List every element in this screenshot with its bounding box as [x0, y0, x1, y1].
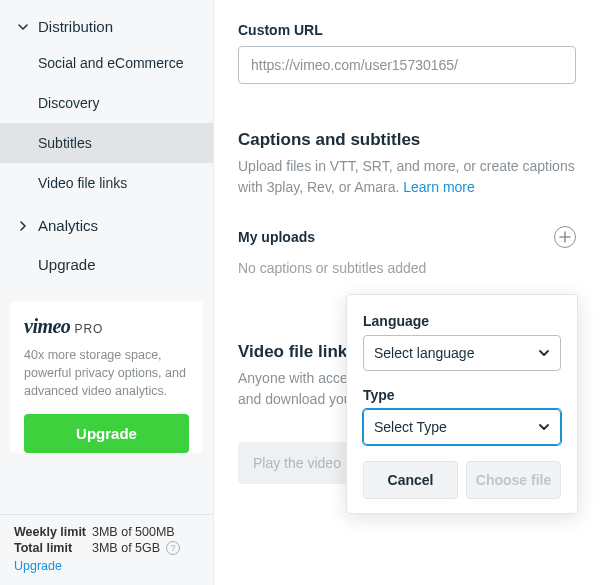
promo-tier-label: PRO: [74, 322, 103, 336]
add-caption-button[interactable]: [554, 226, 576, 248]
captions-section: Captions and subtitles Upload files in V…: [238, 130, 576, 276]
type-label: Type: [363, 387, 561, 403]
sidebar-section-label: Analytics: [38, 217, 98, 234]
sidebar-item-upgrade[interactable]: Upgrade: [0, 248, 213, 281]
type-select-value: Select Type: [374, 419, 447, 435]
plus-icon: [559, 231, 571, 243]
learn-more-link[interactable]: Learn more: [403, 179, 475, 195]
add-caption-popover: Language Select language Type Select Typ…: [346, 294, 578, 514]
language-select-value: Select language: [374, 345, 474, 361]
total-limit-label: Total limit: [14, 541, 92, 555]
sidebar-item-label: Upgrade: [38, 256, 96, 273]
chevron-down-icon: [538, 347, 550, 359]
sidebar-item-video-file-links[interactable]: Video file links: [0, 163, 213, 203]
vimeo-logo-text: vimeo: [24, 315, 70, 338]
weekly-limit-value: 3MB of 500MB: [92, 525, 175, 539]
promo-card: vimeo PRO 40x more storage space, powerf…: [10, 301, 203, 453]
language-label: Language: [363, 313, 561, 329]
sidebar-item-social-ecommerce[interactable]: Social and eCommerce: [0, 43, 213, 83]
my-uploads-heading: My uploads: [238, 229, 315, 245]
uploads-empty-text: No captions or subtitles added: [238, 260, 576, 276]
weekly-limit-label: Weekly limit: [14, 525, 92, 539]
sidebar-section-analytics[interactable]: Analytics: [0, 209, 213, 242]
sidebar-item-subtitles[interactable]: Subtitles: [0, 123, 213, 163]
sidebar-section-distribution[interactable]: Distribution: [0, 10, 213, 43]
captions-description: Upload files in VTT, SRT, and more, or c…: [238, 156, 576, 198]
custom-url-group: Custom URL: [238, 22, 576, 84]
choose-file-button: Choose file: [466, 461, 561, 499]
promo-logo: vimeo PRO: [24, 315, 189, 338]
upgrade-button[interactable]: Upgrade: [24, 414, 189, 453]
chevron-right-icon: [16, 221, 30, 231]
custom-url-input[interactable]: [238, 46, 576, 84]
play-video-placeholder: Play the video: [253, 455, 341, 471]
custom-url-label: Custom URL: [238, 22, 576, 38]
sidebar-item-discovery[interactable]: Discovery: [0, 83, 213, 123]
chevron-down-icon: [16, 22, 30, 32]
cancel-button[interactable]: Cancel: [363, 461, 458, 499]
captions-heading: Captions and subtitles: [238, 130, 576, 150]
sidebar-footer: Weekly limit 3MB of 500MB Total limit 3M…: [0, 514, 213, 585]
help-icon[interactable]: ?: [166, 541, 180, 555]
footer-upgrade-link[interactable]: Upgrade: [14, 559, 62, 573]
chevron-down-icon: [538, 421, 550, 433]
total-limit-value: 3MB of 5GB: [92, 541, 160, 555]
type-select[interactable]: Select Type: [363, 409, 561, 445]
language-select[interactable]: Select language: [363, 335, 561, 371]
sidebar-section-label: Distribution: [38, 18, 113, 35]
promo-description: 40x more storage space, powerful privacy…: [24, 346, 189, 400]
